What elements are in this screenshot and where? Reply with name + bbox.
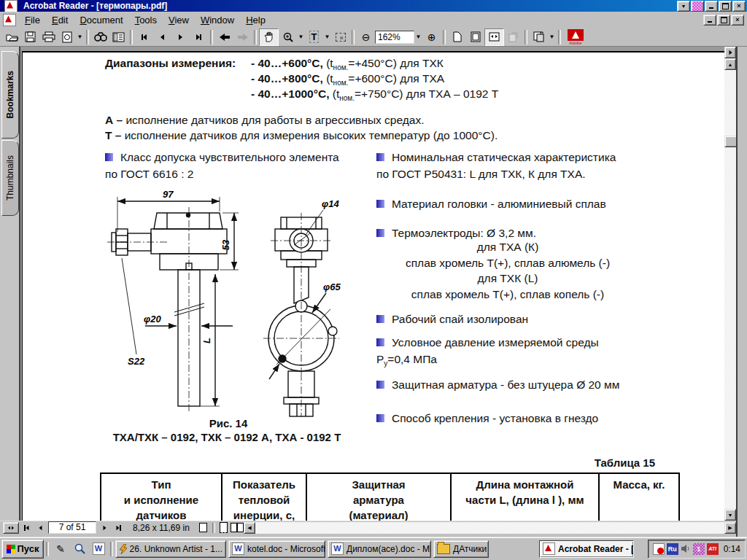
- quicklaunch-word-button[interactable]: W: [90, 540, 107, 558]
- status-prev-page-button[interactable]: [34, 522, 47, 534]
- menu-document[interactable]: Document: [74, 13, 128, 27]
- zoom-level-dropdown[interactable]: ▼: [414, 29, 422, 45]
- actual-size-button[interactable]: [448, 29, 466, 45]
- facing-layout-button[interactable]: [231, 522, 244, 534]
- scheduler-icon[interactable]: [653, 543, 665, 555]
- go-back-button[interactable]: [215, 29, 233, 45]
- page-size-label: 8,26 x 11,69 in: [133, 523, 190, 533]
- left-arrow-icon: ◀: [247, 525, 251, 531]
- status-last-page-button[interactable]: [111, 522, 125, 534]
- prev-page-button[interactable]: [153, 29, 171, 45]
- page-number-box[interactable]: 7 of 51: [48, 521, 96, 534]
- task-datchiki-folder[interactable]: ДАтчики: [433, 540, 489, 558]
- bullet-square-icon: [376, 229, 384, 237]
- hand-icon: [264, 31, 274, 42]
- quicklaunch-search-button[interactable]: [71, 540, 88, 558]
- toolbar-separator: [86, 30, 89, 44]
- zoom-out-button[interactable]: ⊖: [357, 29, 375, 45]
- send-online-button[interactable]: [58, 29, 76, 45]
- fit-width-button[interactable]: [484, 28, 504, 46]
- zoom-in-icon: ⊕: [427, 31, 436, 43]
- restore-button[interactable]: [719, 1, 732, 12]
- quicklaunch-pen-button[interactable]: ✎: [52, 540, 69, 558]
- status-first-page-button[interactable]: [19, 522, 34, 534]
- splitter-handle[interactable]: [3, 522, 19, 534]
- text-select-button[interactable]: T: [305, 29, 323, 45]
- dim-f14: φ14: [322, 198, 339, 209]
- electrode-details: для ТХА (К) сплав хромель Т(+), сплав ал…: [373, 239, 643, 302]
- export-dropdown[interactable]: ▼: [548, 29, 556, 45]
- icq-indicator[interactable]: 1: [693, 543, 705, 555]
- zoom-in-button[interactable]: ⊕: [422, 29, 441, 45]
- open-button[interactable]: [3, 29, 21, 45]
- child-minimize-button[interactable]: [703, 15, 716, 26]
- volume-icon[interactable]: [681, 544, 691, 553]
- bullet-static-char: Номинальная статическая характеристикапо…: [376, 149, 654, 182]
- hscroll-left-button[interactable]: ◀: [244, 522, 255, 534]
- graphics-select-button[interactable]: [331, 29, 349, 45]
- tab-thumbnails[interactable]: Thumbnails: [1, 140, 19, 216]
- document-pane[interactable]: Диапазоны измерения: - 40…+600°С, (tном.…: [20, 47, 724, 521]
- fit-in-window-button[interactable]: [466, 29, 484, 45]
- dim-S22: S22: [128, 356, 145, 367]
- show-nav-pane-button[interactable]: [109, 29, 128, 45]
- print-button[interactable]: [39, 29, 58, 45]
- task-winamp[interactable]: 26. Unknown Artist - 1...: [115, 540, 226, 558]
- send-online-dropdown[interactable]: ▼: [76, 29, 84, 45]
- toolbar: ▼ ▼ T ▼: [0, 28, 747, 47]
- task-kotel-doc[interactable]: W kotel.doc - Microsoft ...: [228, 540, 325, 558]
- word-icon: W: [232, 542, 244, 555]
- window-title: Acrobat Reader - [термопары.pdf]: [23, 1, 167, 11]
- horizontal-scrollbar[interactable]: [255, 522, 724, 534]
- rotate-view-button[interactable]: [504, 29, 522, 45]
- tab-bookmarks[interactable]: Bookmarks: [1, 51, 19, 139]
- pdf-document-icon[interactable]: [3, 14, 16, 26]
- adobe-logo[interactable]: Adobe: [568, 29, 584, 45]
- child-close-button[interactable]: ×: [731, 15, 744, 26]
- first-page-button[interactable]: [135, 29, 153, 45]
- ati-icon[interactable]: ATI: [707, 543, 719, 555]
- col-armature: Защитная арматура (материал): [306, 473, 451, 521]
- bullet-class: Класс допуска чувствительного элементапо…: [105, 149, 368, 182]
- menu-view[interactable]: View: [163, 13, 195, 27]
- note-t: Т – исполнение датчиков для измерения вы…: [105, 129, 498, 142]
- pane-splitter-button[interactable]: [724, 47, 736, 58]
- status-next-page-button[interactable]: [98, 522, 111, 534]
- single-page-layout-button[interactable]: [197, 522, 210, 534]
- last-page-button[interactable]: [190, 29, 208, 45]
- hscroll-right-button[interactable]: ▶: [724, 522, 736, 534]
- toolbar-separator: [352, 30, 355, 44]
- scroll-up-button[interactable]: ▲: [724, 58, 736, 70]
- vertical-scrollbar[interactable]: ▲ ▼: [724, 47, 736, 521]
- chevron-down-icon[interactable]: ▼: [677, 1, 690, 12]
- minimize-button[interactable]: [705, 1, 718, 12]
- menu-file[interactable]: File: [19, 13, 46, 27]
- menu-help[interactable]: Help: [240, 13, 271, 27]
- menu-window[interactable]: Window: [195, 13, 240, 27]
- task-diplom-doc[interactable]: W Диплом(асе).doc - Mi...: [328, 540, 431, 558]
- save-button[interactable]: [21, 29, 39, 45]
- child-restore-button[interactable]: [717, 15, 730, 26]
- next-page-button[interactable]: [171, 29, 190, 45]
- menu-tools[interactable]: Tools: [129, 13, 163, 27]
- unknown-pink-button[interactable]: [691, 1, 704, 12]
- zoom-level-input[interactable]: 162%: [375, 31, 414, 44]
- find-button[interactable]: [91, 29, 109, 45]
- status-separator: [212, 523, 215, 533]
- continuous-layout-button[interactable]: [217, 522, 231, 534]
- task-acrobat-reader[interactable]: Acrobat Reader - [...: [539, 540, 634, 558]
- zoom-tool-dropdown[interactable]: ▼: [297, 29, 305, 45]
- hand-tool-button[interactable]: [259, 28, 279, 46]
- zoom-tool-button[interactable]: [279, 29, 297, 45]
- text-select-dropdown[interactable]: ▼: [323, 29, 331, 45]
- start-button[interactable]: Пуск: [1, 540, 44, 559]
- language-indicator[interactable]: Ru: [667, 543, 678, 555]
- export-button[interactable]: [530, 29, 548, 45]
- scroll-down-button[interactable]: ▼: [724, 509, 736, 521]
- go-forward-button[interactable]: [233, 29, 252, 45]
- menu-edit[interactable]: Edit: [46, 13, 74, 27]
- printer-icon: [42, 31, 55, 42]
- close-icon: ×: [737, 3, 740, 9]
- close-button[interactable]: ×: [732, 1, 746, 12]
- close-icon: ×: [735, 17, 739, 23]
